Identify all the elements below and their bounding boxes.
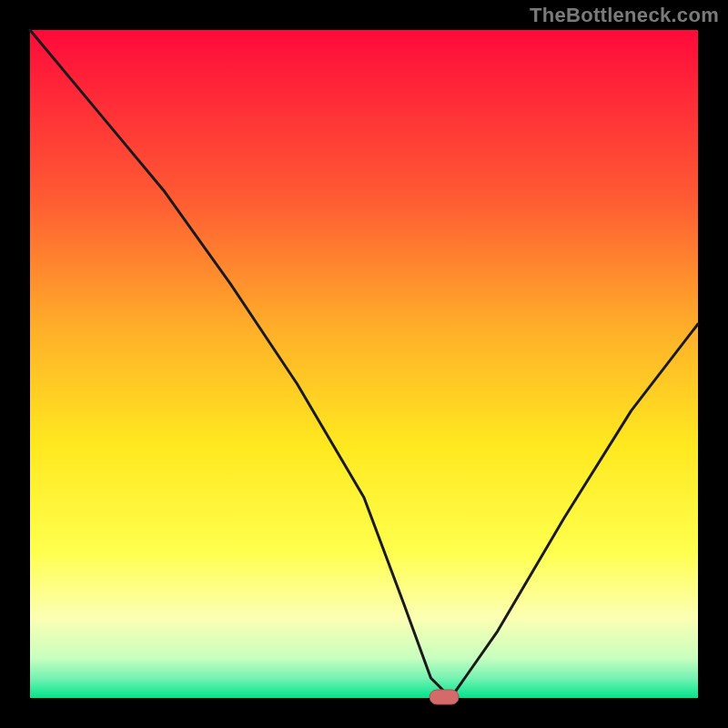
minimum-marker	[430, 690, 459, 704]
chart-svg	[0, 0, 728, 728]
plot-area	[30, 30, 698, 698]
chart-stage: TheBottleneck.com	[0, 0, 728, 728]
